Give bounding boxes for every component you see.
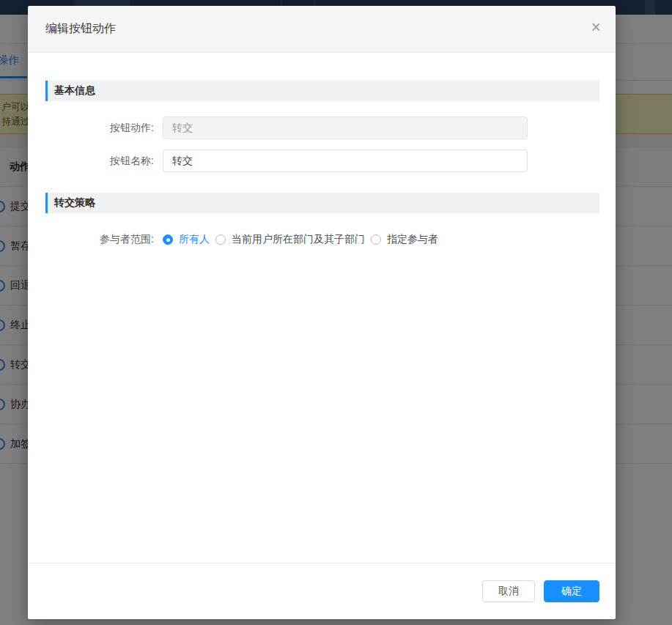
radio-checked-icon[interactable]	[163, 234, 173, 245]
section-title: 基本信息	[54, 84, 95, 97]
participant-scope-label: 参与者范围:	[45, 233, 154, 246]
dialog-title: 编辑按钮动作	[45, 21, 116, 37]
close-icon[interactable]: ×	[591, 19, 601, 36]
radio-unchecked-icon[interactable]	[215, 234, 226, 245]
radio-option-everyone[interactable]: 所有人	[163, 233, 210, 246]
confirm-button[interactable]: 确定	[544, 580, 599, 602]
participant-scope-radio-group: 所有人 当前用户所在部门及其子部门 指定参与者	[163, 233, 444, 246]
dialog-footer: 取消 确定	[28, 563, 616, 619]
section-title: 转交策略	[54, 196, 95, 210]
radio-unchecked-icon[interactable]	[371, 234, 381, 245]
dialog-header: 编辑按钮动作	[28, 6, 616, 53]
field-button-name: 按钮名称:	[45, 149, 599, 172]
radio-label[interactable]: 所有人	[179, 233, 210, 246]
section-basic-info: 基本信息	[45, 81, 599, 101]
radio-option-designated-participants[interactable]: 指定参与者	[371, 233, 438, 246]
field-participant-scope: 参与者范围: 所有人 当前用户所在部门及其子部门 指定参与者	[45, 232, 599, 247]
radio-label[interactable]: 当前用户所在部门及其子部门	[232, 233, 365, 246]
edit-button-action-dialog: 编辑按钮动作 × 基本信息 按钮动作: 按钮名称: 转交策略 参与者范围:	[28, 6, 616, 619]
section-transfer-strategy: 转交策略	[45, 193, 599, 213]
button-action-input	[163, 117, 528, 139]
cancel-button[interactable]: 取消	[482, 580, 535, 602]
radio-option-current-department[interactable]: 当前用户所在部门及其子部门	[215, 233, 365, 246]
button-action-label: 按钮动作:	[45, 122, 154, 135]
button-name-input[interactable]	[163, 149, 528, 172]
screen: 操作 户可以 持通过 动作 提交 暂存 回退 终止 转交 协办 加签 编辑按钮动…	[0, 0, 672, 625]
field-button-action: 按钮动作:	[45, 117, 599, 139]
dialog-body: 基本信息 按钮动作: 按钮名称: 转交策略 参与者范围: 所有人	[28, 81, 616, 247]
button-name-label: 按钮名称:	[45, 155, 154, 168]
radio-label[interactable]: 指定参与者	[387, 233, 438, 246]
